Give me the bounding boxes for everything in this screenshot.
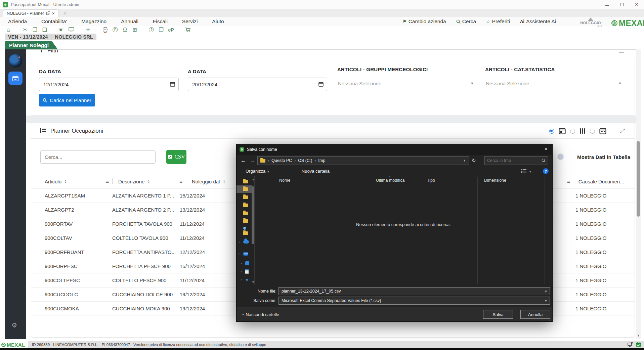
minimize-button[interactable]: [600, 0, 614, 9]
col-causale[interactable]: ≡Causale Documen...: [567, 178, 627, 184]
pointer-icon[interactable]: ☛: [58, 27, 65, 33]
breadcrumb-os-c[interactable]: OS (C:): [298, 158, 312, 163]
save-button[interactable]: Salva: [483, 310, 513, 319]
breadcrumb-questo-pc[interactable]: Questo PC: [271, 158, 292, 163]
sort-icon[interactable]: ▲▼: [147, 180, 150, 183]
sort-icon[interactable]: ▲▼: [65, 180, 67, 183]
documents-icon[interactable]: [245, 269, 249, 274]
paste-icon[interactable]: ❏: [42, 27, 48, 33]
tree-scrollbar-thumb[interactable]: [252, 186, 254, 244]
refresh-icon[interactable]: ↻: [472, 158, 476, 164]
cut-icon[interactable]: ✂: [22, 27, 28, 33]
calculator-icon[interactable]: ⊞: [132, 27, 138, 33]
col-dimensione[interactable]: Dimensione: [484, 178, 506, 183]
nuova-cartella-button[interactable]: Nuova cartella: [302, 169, 330, 174]
menu-cambio-azienda[interactable]: ⚑Cambio azienda: [402, 18, 446, 25]
maximize-button[interactable]: [614, 0, 629, 9]
help-icon[interactable]: ?: [148, 27, 155, 32]
hide-folders-button[interactable]: › Nascondi cartelle: [242, 312, 279, 317]
quick-access-folder-icon[interactable]: [243, 195, 248, 199]
expand-chevron-icon[interactable]: ›: [241, 261, 242, 265]
menu-magazzino[interactable]: Magazzino: [81, 18, 106, 25]
column-divider[interactable]: [477, 177, 478, 284]
omega-icon[interactable]: Ω: [122, 27, 128, 33]
e-p-icon[interactable]: eP: [168, 28, 174, 32]
chevron-down-icon[interactable]: ▼: [544, 290, 548, 293]
expand-chevron-icon[interactable]: ›: [241, 269, 242, 273]
content-scrollbar[interactable]: ▼: [636, 49, 641, 339]
menu-servizi[interactable]: Servizi: [182, 18, 198, 25]
column-menu-icon[interactable]: ≡: [179, 179, 182, 184]
csv-export-button[interactable]: CSV: [166, 150, 186, 164]
menu-preferiti[interactable]: ☆Preferiti: [486, 18, 510, 25]
column-divider[interactable]: [371, 177, 371, 284]
view-mode-chevron-icon[interactable]: ▼: [529, 170, 532, 173]
breadcrumb-tmp[interactable]: tmp: [318, 158, 326, 163]
close-button[interactable]: ✕: [629, 0, 644, 9]
new-tab-button[interactable]: +: [63, 10, 67, 17]
sort-icon[interactable]: ▲▼: [223, 180, 225, 183]
organizza-button[interactable]: Organizza ▼: [246, 169, 270, 174]
compress-icon[interactable]: ✳: [85, 27, 91, 33]
settings-gear-icon[interactable]: ⚙: [11, 321, 17, 329]
menu-azienda[interactable]: Azienda: [8, 18, 27, 25]
collapse-section-icon[interactable]: —: [619, 50, 624, 55]
notes-icon[interactable]: ❒: [158, 27, 164, 33]
col-descrizione[interactable]: Descrizione▲▼≡: [118, 179, 186, 184]
collapse-chevron-icon[interactable]: ›: [237, 253, 241, 255]
quick-access-folder-icon[interactable]: [243, 219, 248, 223]
menu-cerca[interactable]: Cerca: [456, 18, 476, 25]
scroll-up-icon[interactable]: ▲: [252, 178, 255, 181]
address-chevron-icon[interactable]: ▼: [463, 159, 466, 162]
tree-scrollbar[interactable]: ▲ ▼: [251, 178, 254, 285]
col-tipo[interactable]: Tipo: [427, 178, 435, 183]
quick-access-folder-icon[interactable]: [243, 204, 248, 207]
column-menu-icon[interactable]: ≡: [106, 179, 109, 184]
dialog-search-box[interactable]: [484, 156, 548, 165]
gruppi-merceologici-select[interactable]: Nessuna Selezione ▼: [337, 77, 477, 90]
cart-icon[interactable]: [185, 27, 191, 32]
file-name-input[interactable]: planner_13-12-2024_17_05.csv▼: [278, 287, 550, 295]
quick-access-folder-icon[interactable]: [243, 212, 248, 215]
address-bar[interactable]: › Questo PC › OS (C:) › tmp ▼: [257, 156, 469, 165]
copy-icon[interactable]: ❐: [32, 27, 38, 33]
da-data-input[interactable]: [39, 78, 179, 91]
calendar-check-icon[interactable]: [636, 342, 641, 347]
menu-fiscali[interactable]: Fiscali: [153, 18, 168, 25]
desktop-icon[interactable]: [245, 261, 249, 265]
quick-access-folder-icon-selected[interactable]: [243, 187, 248, 191]
chevron-down-icon[interactable]: ▼: [544, 299, 548, 303]
resize-grip[interactable]: [548, 317, 551, 320]
col-nome[interactable]: Nome: [279, 178, 290, 183]
downloads-icon[interactable]: [245, 279, 249, 281]
tab-close-icon[interactable]: ✕: [52, 11, 55, 16]
sidebar-calendar-button[interactable]: [8, 72, 23, 85]
dialog-help-icon[interactable]: ?: [543, 168, 549, 174]
dialog-search-input[interactable]: [487, 158, 542, 163]
col-ultima-modifica[interactable]: Ultima modifica: [376, 178, 404, 183]
back-icon[interactable]: ←: [241, 158, 246, 164]
date-picker-icon[interactable]: [170, 82, 175, 88]
menu-contabilita[interactable]: Contabilita': [41, 18, 67, 25]
scrollbar-thumb[interactable]: [637, 141, 640, 217]
menu-aiuto[interactable]: Aiuto: [212, 18, 224, 25]
this-pc-icon[interactable]: [243, 252, 248, 256]
scroll-down-icon[interactable]: ▼: [637, 334, 640, 337]
home-icon[interactable]: ⌂: [5, 27, 11, 33]
a-data-input[interactable]: [188, 78, 327, 91]
planner-window-tab[interactable]: Planner Noleggi: [5, 41, 58, 49]
column-divider[interactable]: [423, 177, 423, 284]
popout-icon[interactable]: [46, 12, 49, 15]
column-menu-icon[interactable]: ≡: [567, 179, 570, 184]
camera-icon[interactable]: ⌚: [102, 27, 109, 33]
menu-assistente-ai[interactable]: ɅiAssistente Ai: [520, 18, 556, 25]
date-picker-icon[interactable]: [318, 82, 324, 88]
tab-noleggi-planner[interactable]: NOLEGGI - Planner ✕: [3, 9, 58, 17]
forward-icon[interactable]: →: [250, 158, 255, 164]
save-type-select[interactable]: Microsoft Excel Comma Separated Values F…: [278, 297, 550, 305]
quick-access-folder-icon[interactable]: [243, 231, 248, 235]
expand-icon[interactable]: [620, 128, 625, 134]
carica-planner-button[interactable]: Carica nel Planner: [39, 94, 95, 106]
monitor-icon[interactable]: [68, 27, 74, 32]
cat-statistica-select[interactable]: Nessuna Selezione ▼: [485, 77, 625, 90]
